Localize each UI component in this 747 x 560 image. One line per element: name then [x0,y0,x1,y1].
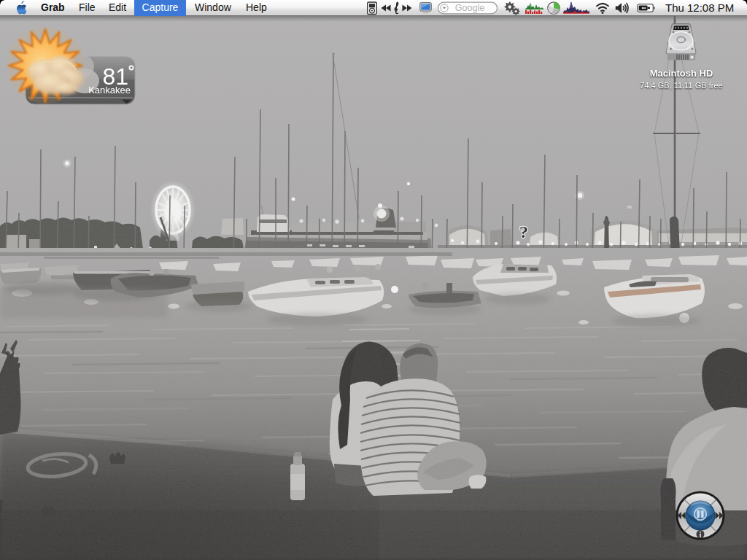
svg-text:Kankakee: Kankakee [88,85,131,96]
svg-text:Google: Google [455,3,484,13]
